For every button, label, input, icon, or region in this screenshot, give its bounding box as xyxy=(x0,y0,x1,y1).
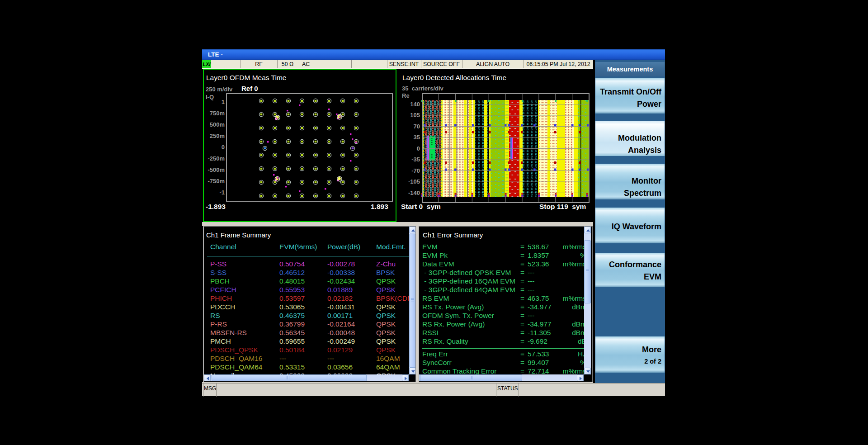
svg-text:-140: -140 xyxy=(408,189,420,196)
svg-text:750m: 750m xyxy=(210,110,225,117)
svg-text:-250m: -250m xyxy=(208,155,225,162)
svg-text:-750m: -750m xyxy=(208,178,225,185)
svg-text:1: 1 xyxy=(222,99,225,105)
svg-text:-35: -35 xyxy=(411,156,420,163)
svg-text:140: 140 xyxy=(410,101,420,108)
svg-text:35: 35 xyxy=(414,134,420,141)
svg-text:500m: 500m xyxy=(210,121,225,128)
svg-text:-1: -1 xyxy=(219,189,225,196)
svg-text:70: 70 xyxy=(414,123,420,130)
svg-text:-105: -105 xyxy=(408,178,420,185)
svg-text:0: 0 xyxy=(417,145,420,152)
svg-text:250m: 250m xyxy=(210,133,225,139)
svg-text:0: 0 xyxy=(222,144,225,151)
svg-text:-70: -70 xyxy=(411,167,420,174)
svg-text:105: 105 xyxy=(410,112,420,118)
svg-text:-500m: -500m xyxy=(208,166,225,173)
